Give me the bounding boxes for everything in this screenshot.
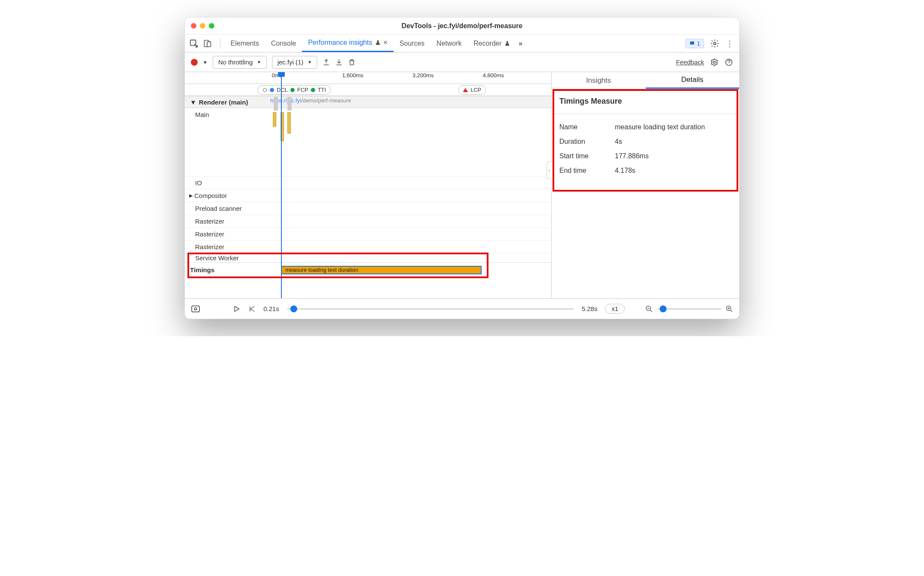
tab-elements[interactable]: Elements (225, 35, 265, 52)
details-title: Timings Measure (559, 97, 731, 106)
sidebar-tab-insights[interactable]: Insights (552, 72, 646, 89)
marker-label: FCP (297, 87, 308, 93)
sidebar-tab-details[interactable]: Details (646, 72, 740, 89)
recording-toolbar: ▼ No throttling ▼ jec.fyi (1) ▼ Feedback (185, 52, 739, 72)
divider (552, 113, 739, 114)
timeline-scrubber[interactable] (287, 308, 574, 310)
url-strip: https://jec.fyi /demo/perf-measure (270, 96, 351, 105)
track-compositor[interactable]: ▶Compositor (185, 189, 551, 202)
device-toolbar-icon[interactable] (202, 38, 213, 49)
track-rasterizer[interactable]: Rasterizer (185, 227, 551, 240)
playhead[interactable] (281, 72, 282, 298)
detail-key: Name (559, 123, 615, 131)
more-tabs-button[interactable]: » (519, 40, 523, 47)
circle-icon (262, 87, 267, 93)
seek-start-button[interactable] (248, 305, 256, 313)
track-preload-scanner[interactable]: Preload scanner (185, 202, 551, 215)
detail-row-name: Name measure loading text duration (559, 120, 731, 134)
help-icon[interactable] (725, 58, 733, 67)
timeline-pane[interactable]: 0ms 1,600ms 3,200ms 4,800ms DCL FCP TTI (185, 72, 551, 298)
track-timings[interactable]: Timings measure loading text duration (185, 262, 551, 277)
zoom-slider[interactable] (657, 308, 721, 310)
dot-icon (270, 88, 274, 92)
import-icon[interactable] (335, 58, 343, 66)
marker-pill[interactable]: DCL FCP TTI (257, 85, 331, 95)
throttling-select[interactable]: No throttling ▼ (213, 56, 267, 69)
track-io[interactable]: IO (185, 176, 551, 189)
panel-tabbar: Elements Console Performance insights × … (185, 35, 739, 52)
playback-speed[interactable]: x1 (605, 304, 625, 314)
inspect-element-icon[interactable] (188, 38, 199, 49)
sidebar-collapse-button[interactable]: › (547, 162, 552, 179)
track-label: Renderer (main) (199, 99, 248, 106)
marker-pill[interactable]: LCP (458, 85, 486, 95)
track-main[interactable]: Main (185, 108, 551, 176)
chevron-right-icon: ▶ (189, 193, 193, 198)
time-start: 0.21s (263, 305, 279, 312)
settings-icon[interactable] (710, 39, 719, 48)
detail-value: 4.178s (615, 167, 635, 175)
tab-performance-insights[interactable]: Performance insights × (302, 35, 393, 52)
flask-icon (504, 41, 510, 47)
marker-label: DCL (277, 87, 288, 93)
titlebar: DevTools - jec.fyi/demo/perf-measure (185, 17, 739, 35)
issues-badge[interactable]: 1 (685, 39, 704, 48)
marker-label: LCP (471, 87, 481, 93)
close-window-button[interactable] (191, 23, 196, 29)
marker-label: TTI (318, 87, 326, 93)
detail-key: Start time (559, 152, 615, 160)
chevron-down-icon: ▼ (190, 99, 196, 106)
panel-settings-icon[interactable] (710, 58, 719, 67)
track-label: Rasterizer (195, 243, 224, 250)
content-area: 0ms 1,600ms 3,200ms 4,800ms DCL FCP TTI (185, 72, 739, 298)
ruler-tick: 4,800ms (481, 72, 551, 84)
detail-key: Duration (559, 138, 615, 145)
feedback-link[interactable]: Feedback (676, 58, 704, 66)
flame-block[interactable] (287, 97, 292, 111)
sidebar: › Insights Details Timings Measure Name … (551, 72, 739, 298)
recording-value: jec.fyi (1) (278, 58, 304, 66)
zoom-in-icon[interactable] (725, 305, 733, 313)
track-label: Main (195, 111, 209, 118)
zoom-thumb[interactable] (660, 305, 667, 312)
flame-block[interactable] (273, 112, 276, 127)
preview-toggle-icon[interactable] (191, 305, 200, 313)
timings-measure-bar[interactable]: measure loading text duration (281, 266, 482, 274)
scrubber-thumb[interactable] (290, 305, 297, 312)
delete-icon[interactable] (348, 58, 356, 66)
time-end: 5.28s (582, 305, 597, 312)
kebab-menu-icon[interactable]: ⋮ (725, 38, 734, 49)
track-renderer-header[interactable]: ▼ Renderer (main) (185, 96, 551, 108)
zoom-window-button[interactable] (209, 23, 214, 29)
flame-block[interactable] (287, 112, 291, 134)
minimize-window-button[interactable] (200, 23, 205, 29)
details-panel: Timings Measure Name measure loading tex… (552, 89, 739, 186)
tab-sources[interactable]: Sources (394, 35, 431, 52)
record-dropdown-icon[interactable]: ▼ (203, 60, 208, 65)
track-service-worker[interactable]: Service Worker (185, 253, 551, 262)
record-button[interactable] (191, 59, 198, 66)
recording-select[interactable]: jec.fyi (1) ▼ (272, 56, 318, 69)
export-icon[interactable] (322, 58, 330, 66)
tab-network[interactable]: Network (430, 35, 468, 52)
flask-icon (375, 40, 381, 46)
track-rasterizer[interactable]: Rasterizer (185, 240, 551, 253)
url-path: /demo/perf-measure (301, 97, 351, 104)
tab-console[interactable]: Console (265, 35, 302, 52)
zoom-out-icon[interactable] (645, 305, 653, 313)
flame-block[interactable] (274, 97, 278, 111)
track-rasterizer[interactable]: Rasterizer (185, 215, 551, 227)
devtools-window: DevTools - jec.fyi/demo/perf-measure Ele… (184, 17, 740, 319)
chat-icon (689, 41, 695, 47)
markers-row: DCL FCP TTI LCP (185, 84, 551, 96)
svg-point-4 (713, 61, 716, 63)
footer-toolbar: 0.21s 5.28s x1 (185, 298, 739, 319)
tab-recorder[interactable]: Recorder (468, 35, 516, 52)
time-ruler[interactable]: 0ms 1,600ms 3,200ms 4,800ms (185, 72, 551, 84)
timings-bar-label: measure loading text duration (285, 267, 358, 273)
dot-icon (290, 88, 295, 92)
play-button[interactable] (233, 305, 240, 313)
detail-row-duration: Duration 4s (559, 134, 731, 149)
close-tab-icon[interactable]: × (383, 38, 388, 47)
svg-point-6 (263, 88, 266, 92)
